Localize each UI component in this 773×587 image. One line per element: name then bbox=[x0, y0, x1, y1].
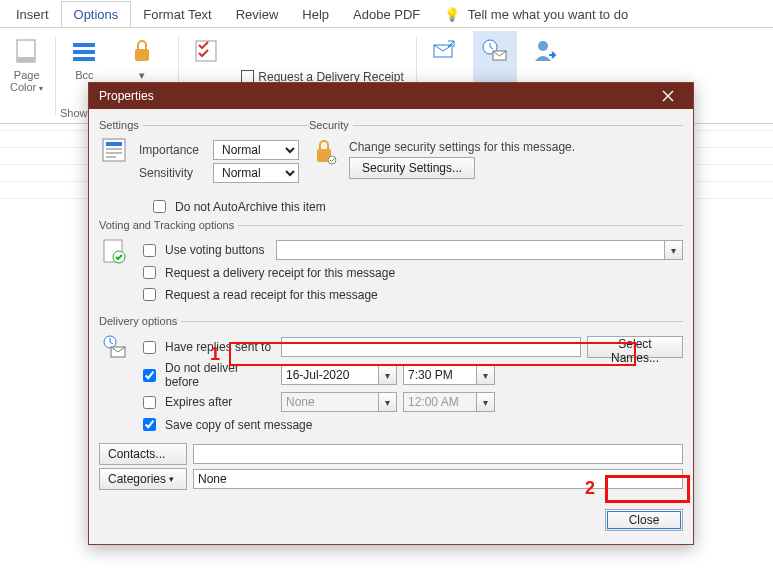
replies-input[interactable] bbox=[281, 337, 581, 357]
page-color-label: PageColor ▾ bbox=[10, 69, 43, 94]
save-copy-checkbox[interactable] bbox=[143, 418, 156, 431]
svg-rect-1 bbox=[17, 57, 35, 62]
replies-checkbox[interactable] bbox=[143, 341, 156, 354]
svg-rect-13 bbox=[106, 148, 122, 150]
ribbon-page-color[interactable]: PageColor ▾ bbox=[4, 31, 49, 121]
chevron-down-icon[interactable]: ▾ bbox=[476, 366, 494, 384]
ribbon-group-show: Show bbox=[60, 107, 88, 119]
security-msg: Change security settings for this messag… bbox=[349, 140, 575, 154]
group-security: Security Change security settings for th… bbox=[309, 119, 683, 184]
tracking-icon bbox=[191, 35, 223, 67]
save-copy-check[interactable]: Save copy of sent message bbox=[139, 415, 312, 434]
group-voting: Voting and Tracking options Use voting b… bbox=[99, 219, 683, 309]
contacts-input[interactable] bbox=[193, 444, 683, 464]
no-autoarchive-label: Do not AutoArchive this item bbox=[175, 200, 326, 214]
use-voting-check[interactable]: Use voting buttons bbox=[139, 241, 264, 260]
voting-buttons-input[interactable] bbox=[277, 241, 664, 259]
direct-replies-icon bbox=[529, 35, 561, 67]
close-button[interactable]: Close bbox=[605, 509, 683, 531]
group-delivery: Delivery options Have replies sent to Se… bbox=[99, 315, 683, 495]
tab-options[interactable]: Options bbox=[61, 1, 132, 27]
annotation-number-2: 2 bbox=[585, 478, 595, 499]
categories-button[interactable]: Categories ▾ bbox=[99, 468, 187, 490]
expires-time-combo: ▾ bbox=[403, 392, 495, 412]
replies-check[interactable]: Have replies sent to bbox=[139, 338, 275, 357]
voting-buttons-combo[interactable]: ▾ bbox=[276, 240, 683, 260]
close-icon bbox=[662, 90, 674, 102]
lock-icon bbox=[126, 35, 158, 67]
expires-after-check[interactable]: Expires after bbox=[139, 393, 275, 412]
read-receipt-checkbox[interactable] bbox=[143, 288, 156, 301]
ribbon-sep-1 bbox=[55, 37, 56, 115]
expires-after-label: Expires after bbox=[165, 395, 232, 409]
read-receipt-check[interactable]: Request a read receipt for this message bbox=[139, 285, 378, 304]
dialog-close-x[interactable] bbox=[649, 83, 687, 109]
expires-date-input bbox=[282, 393, 378, 411]
tab-insert[interactable]: Insert bbox=[4, 2, 61, 26]
chevron-down-icon[interactable]: ▾ bbox=[378, 366, 396, 384]
delivery-icon bbox=[99, 333, 129, 361]
tell-me-label: Tell me what you want to do bbox=[468, 7, 628, 22]
tab-review[interactable]: Review bbox=[224, 2, 291, 26]
tab-tell-me[interactable]: 💡 Tell me what you want to do bbox=[432, 2, 640, 26]
tab-adobe-pdf[interactable]: Adobe PDF bbox=[341, 2, 432, 26]
chevron-down-icon: ▾ bbox=[169, 474, 174, 484]
svg-point-17 bbox=[328, 156, 336, 164]
no-deliver-before-check[interactable]: Do not deliver before bbox=[139, 361, 275, 389]
no-deliver-before-checkbox[interactable] bbox=[143, 369, 156, 382]
annotation-number-1: 1 bbox=[210, 344, 220, 365]
tab-help[interactable]: Help bbox=[290, 2, 341, 26]
chevron-down-icon: ▾ bbox=[378, 393, 396, 411]
group-voting-legend: Voting and Tracking options bbox=[99, 219, 238, 231]
tab-format-text[interactable]: Format Text bbox=[131, 2, 223, 26]
expires-after-checkbox[interactable] bbox=[143, 396, 156, 409]
no-autoarchive-checkbox[interactable] bbox=[153, 200, 166, 213]
lightbulb-icon: 💡 bbox=[444, 7, 460, 22]
save-sent-icon bbox=[429, 35, 461, 67]
bcc-label: Bcc bbox=[75, 69, 93, 81]
svg-rect-2 bbox=[73, 43, 95, 47]
no-deliver-before-label: Do not deliver before bbox=[165, 361, 275, 389]
ribbon-tabs: Insert Options Format Text Review Help A… bbox=[0, 0, 773, 28]
deliver-date-input[interactable] bbox=[282, 366, 378, 384]
svg-rect-4 bbox=[73, 57, 95, 61]
permission-dd: ▾ bbox=[139, 69, 145, 82]
svg-rect-15 bbox=[106, 156, 116, 158]
svg-rect-3 bbox=[73, 50, 95, 54]
save-copy-label: Save copy of sent message bbox=[165, 418, 312, 432]
deliver-time-combo[interactable]: ▾ bbox=[403, 365, 495, 385]
bcc-icon bbox=[68, 35, 100, 67]
deliver-time-input[interactable] bbox=[404, 366, 476, 384]
svg-rect-14 bbox=[106, 152, 122, 154]
dialog-title: Properties bbox=[99, 89, 154, 103]
no-autoarchive-check[interactable]: Do not AutoArchive this item bbox=[149, 197, 326, 216]
settings-icon bbox=[99, 137, 129, 163]
read-receipt-label: Request a read receipt for this message bbox=[165, 288, 378, 302]
group-settings: Settings Importance Normal bbox=[99, 119, 309, 188]
contacts-button[interactable]: Contacts... bbox=[99, 443, 187, 465]
voting-icon bbox=[99, 237, 129, 267]
select-names-button[interactable]: Select Names... bbox=[587, 336, 683, 358]
importance-label: Importance bbox=[139, 143, 207, 157]
expires-date-combo: ▾ bbox=[281, 392, 397, 412]
expires-time-input bbox=[404, 393, 476, 411]
importance-select[interactable]: Normal bbox=[213, 140, 299, 160]
svg-point-10 bbox=[538, 41, 548, 51]
security-icon bbox=[309, 137, 339, 167]
delivery-receipt-label2: Request a delivery receipt for this mess… bbox=[165, 266, 395, 280]
properties-dialog: Properties Settings Importance bbox=[88, 82, 694, 545]
deliver-date-combo[interactable]: ▾ bbox=[281, 365, 397, 385]
chevron-down-icon[interactable]: ▾ bbox=[664, 241, 682, 259]
delivery-receipt-checkbox2[interactable] bbox=[143, 266, 156, 279]
sensitivity-select[interactable]: Normal bbox=[213, 163, 299, 183]
group-settings-legend: Settings bbox=[99, 119, 143, 131]
categories-label: Categories bbox=[108, 472, 166, 486]
use-voting-checkbox[interactable] bbox=[143, 244, 156, 257]
delivery-receipt-check[interactable]: Request a delivery receipt for this mess… bbox=[139, 263, 395, 282]
svg-rect-5 bbox=[135, 49, 149, 61]
security-settings-button[interactable]: Security Settings... bbox=[349, 157, 475, 179]
dialog-titlebar[interactable]: Properties bbox=[89, 83, 693, 109]
categories-input[interactable] bbox=[193, 469, 683, 489]
delay-delivery-icon bbox=[479, 35, 511, 67]
page-color-icon bbox=[11, 35, 43, 67]
